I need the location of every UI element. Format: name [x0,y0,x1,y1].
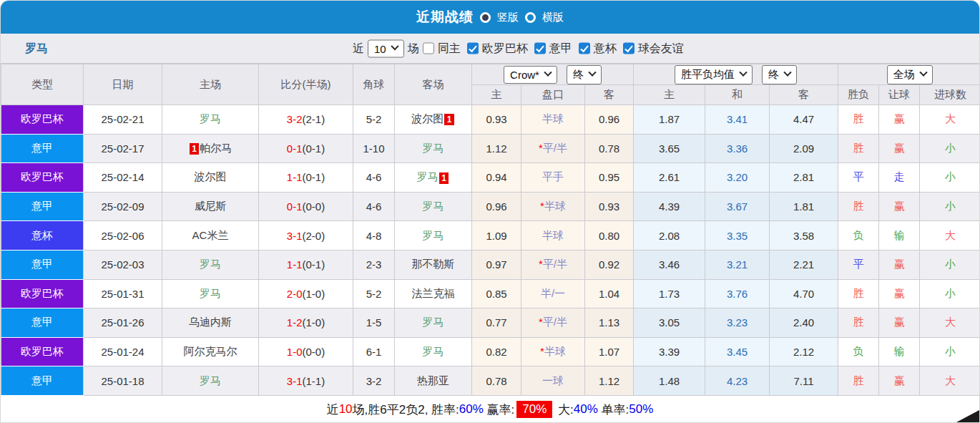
filter-bar: 罗马 近 10 场 同主 欧罗巴杯 意甲 意杯 球会友谊 [1,34,979,64]
avg-draw: 3.41 [705,105,770,135]
handicap-line: 半球 [521,221,585,251]
avg-type-select[interactable]: 胜平负均值 [675,65,753,84]
handicap-line: 半球 [521,105,585,135]
avg-away: 7.11 [770,366,838,396]
match-score: 1-1(0-1) [259,163,353,193]
match-date: 25-01-18 [84,366,162,396]
chevron-down-icon [391,42,398,50]
vertical-layout-radio[interactable] [480,12,491,23]
odds-away: 1.04 [585,279,634,308]
odds-away: 1.13 [585,308,634,338]
col-header-home: 主场 [162,64,259,105]
match-scope-select[interactable]: 全场 [887,65,933,84]
away-team: 罗马 [395,192,472,221]
col-header-score: 比分(半场) [259,64,353,105]
result-handicap: 走 [879,163,920,193]
result-outcome: 胜 [838,105,879,135]
panel-title: 近期战绩 [416,8,474,26]
league-badge: 欧罗巴杯 [1,279,84,308]
vertical-layout-label[interactable]: 竖版 [497,11,519,24]
horizontal-layout-label[interactable]: 横版 [542,11,564,24]
result-goals: 大 [920,221,980,251]
match-score: 3-1(2-0) [259,221,353,251]
result-handicap: 赢 [879,366,920,396]
home-team: 罗马 [162,279,259,308]
horizontal-layout-radio[interactable] [525,12,536,23]
league-checkbox-coppa[interactable] [579,43,590,54]
league-label-europa: 欧罗巴杯 [482,41,528,56]
odds-home: 1.12 [472,134,521,163]
match-count-select[interactable]: 10 [368,39,404,57]
avg-draw: 3.21 [705,250,770,279]
away-team: 热那亚 [395,366,472,396]
odds-home: 1.09 [472,221,521,251]
home-team: 乌迪内斯 [162,308,259,338]
title-bar: 近期战绩 竖版 横版 [1,1,979,34]
league-badge: 意杯 [1,221,84,251]
match-score: 3-1(1-1) [259,366,353,396]
result-goals: 小 [920,192,980,221]
result-handicap: 赢 [879,192,920,221]
odds-away: 1.12 [585,366,634,396]
match-date: 25-02-17 [84,134,162,163]
match-row: 欧罗巴杯 25-02-14 波尔图 1-1(0-1) 4-6 罗马1 0.94 … [1,163,980,193]
bookmaker-select[interactable]: Crow* [504,66,557,84]
match-row: 意甲 25-02-09 威尼斯 0-1(0-0) 4-6 罗马 0.96 *半球… [1,192,980,221]
away-team: 罗马 [395,134,472,163]
corners-score: 4-8 [353,221,395,251]
col-header-result: 胜负 [838,85,879,105]
chevron-down-icon [588,69,596,77]
col-header-handicap-result: 让球 [879,85,920,105]
match-row: 欧罗巴杯 25-01-31 罗马 2-0(1-0) 5-2 法兰克福 0.85 … [1,279,980,308]
handicap-line: *平/半 [521,250,585,279]
league-checkbox-seriea[interactable] [534,43,546,54]
odds-away: 1.07 [585,337,634,366]
home-team: 波尔图 [162,163,259,193]
result-handicap: 赢 [879,308,920,338]
away-team: 法兰克福 [395,279,472,308]
corners-score: 2-3 [353,250,395,279]
avg-draw: 3.67 [705,192,770,221]
match-date: 25-01-31 [84,279,162,308]
home-team: 罗马 [162,366,259,396]
avg-home: 3.39 [634,337,705,366]
league-label-coppa: 意杯 [594,41,617,56]
result-outcome: 负 [838,221,879,251]
team-name: 罗马 [25,41,48,56]
resize-corner-icon [956,410,979,422]
summary-segment: 40% [574,402,598,417]
result-outcome: 平 [838,163,879,193]
odds-home: 0.94 [472,163,521,193]
league-checkbox-europa[interactable] [467,43,479,54]
league-checkbox-friendly[interactable] [623,43,634,54]
handicap-line: *半球 [521,192,585,221]
avg-draw: 3.45 [705,337,770,366]
match-score: 1-2(1-0) [259,308,353,338]
match-score: 2-0(1-0) [259,279,353,308]
league-badge: 意甲 [1,192,84,221]
result-handicap: 输 [879,337,920,366]
result-goals: 大 [920,366,980,396]
match-date: 25-02-09 [84,192,162,221]
summary-segment: 近 [327,402,339,418]
avg-home: 3.05 [634,308,705,338]
odds-period-select[interactable]: 终 [567,65,602,84]
avg-home: 2.08 [634,221,705,251]
odds-away: 0.78 [585,134,634,163]
odds-away: 0.92 [585,250,634,279]
avg-period-select[interactable]: 终 [762,65,797,84]
avg-away: 1.81 [770,192,838,221]
match-row: 意杯 25-02-06 AC米兰 3-1(2-0) 4-8 罗马 1.09 半球… [1,221,980,251]
away-team: 那不勒斯 [395,250,472,279]
avg-home: 1.48 [634,366,705,396]
summary-segment: 赢率: [484,402,514,418]
summary-bar: 近10场,胜6平2负2, 胜率:60% 赢率:70% 大:40% 单率:50% [1,396,979,423]
result-goals: 小 [920,279,980,308]
red-number-badge: 1 [439,172,449,184]
result-goals: 小 [920,163,980,193]
handicap-line: 平手 [521,163,585,193]
match-date: 25-02-03 [84,250,162,279]
corners-score: 6-1 [353,337,395,366]
home-team: 罗马 [162,250,259,279]
same-home-checkbox[interactable] [423,43,434,54]
